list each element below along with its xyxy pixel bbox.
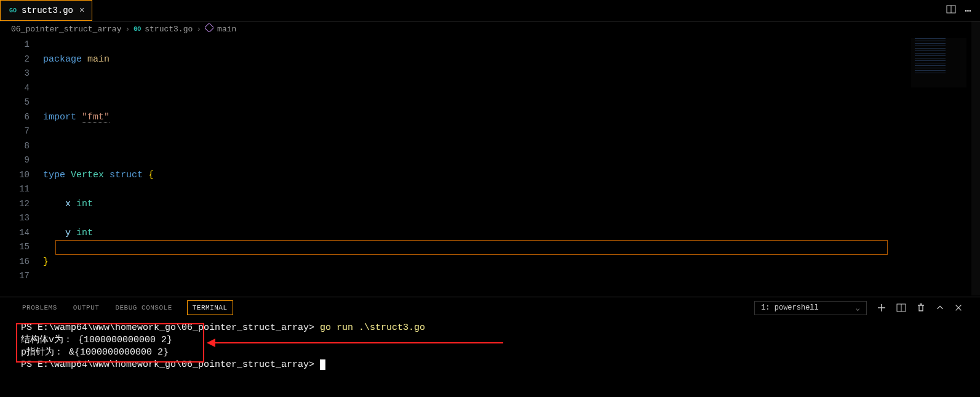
line-number-gutter: 1 2 3 4 5 6 7 8 9 10 11 12 13 14 15 16 1…: [0, 36, 43, 295]
go-file-icon: GO: [133, 26, 141, 33]
tab-debug-console[interactable]: DEBUG CONSOLE: [114, 300, 173, 315]
more-actions-icon[interactable]: ⋯: [965, 4, 971, 17]
minimap[interactable]: [911, 38, 966, 87]
terminal-output[interactable]: PS E:\wamp64\www\homework_go\06_pointer_…: [0, 318, 980, 397]
kill-terminal-icon[interactable]: [916, 303, 926, 313]
breadcrumb-symbol[interactable]: main: [217, 25, 236, 34]
terminal-command: go run .\struct3.go: [320, 323, 425, 333]
function-symbol-icon: [205, 23, 213, 34]
breadcrumb-file[interactable]: struct3.go: [145, 25, 193, 34]
line-number: 16: [0, 255, 30, 270]
go-file-icon: GO: [8, 6, 18, 15]
line-number: 3: [0, 66, 30, 81]
tabs-group: GO struct3.go ×: [0, 0, 92, 21]
maximize-panel-icon[interactable]: [936, 303, 944, 312]
tab-bar: GO struct3.go × ⋯: [0, 0, 980, 22]
line-number: 6: [0, 110, 30, 125]
line-number: 2: [0, 52, 30, 67]
terminal-prompt: PS E:\wamp64\www\homework_go\06_pointer_…: [21, 323, 320, 333]
line-number: 5: [0, 95, 30, 110]
chevron-down-icon: ⌄: [856, 303, 860, 313]
line-number: 8: [0, 139, 30, 154]
breadcrumb-separator: ›: [125, 25, 130, 34]
line-number: 10: [0, 168, 30, 183]
split-terminal-icon[interactable]: [896, 303, 906, 313]
tab-output[interactable]: OUTPUT: [72, 300, 101, 315]
bottom-panel: PROBLEMS OUTPUT DEBUG CONSOLE TERMINAL 1…: [0, 297, 980, 397]
terminal-prompt: PS E:\wamp64\www\homework_go\06_pointer_…: [21, 359, 320, 370]
terminal-line: p指针为： &{1000000000000 2}: [21, 347, 959, 359]
panel-tab-bar: PROBLEMS OUTPUT DEBUG CONSOLE TERMINAL 1…: [0, 297, 980, 318]
line-number: 9: [0, 153, 30, 168]
breadcrumb-separator: ›: [196, 25, 201, 34]
code-content[interactable]: package main import "fmt" type Vertex st…: [43, 36, 980, 295]
terminal-dropdown-label: 1: powershell: [761, 303, 819, 312]
split-editor-icon[interactable]: [946, 4, 956, 17]
close-icon[interactable]: ×: [79, 6, 84, 15]
terminal-line: 结构体v为： {1000000000000 2}: [21, 334, 959, 347]
line-number: 15: [0, 240, 30, 255]
tab-actions: ⋯: [946, 4, 980, 17]
svg-rect-2: [205, 23, 213, 32]
line-number: 4: [0, 81, 30, 96]
breadcrumb-folder[interactable]: 06_pointer_struct_array: [11, 25, 121, 34]
line-number: 12: [0, 197, 30, 212]
new-terminal-icon[interactable]: [877, 303, 886, 313]
line-number: 11: [0, 182, 30, 197]
line-number: 14: [0, 226, 30, 241]
close-panel-icon[interactable]: [954, 303, 963, 312]
line-number: 1: [0, 38, 30, 52]
breadcrumb[interactable]: 06_pointer_struct_array › GO struct3.go …: [0, 22, 980, 36]
terminal-cursor: [320, 359, 325, 370]
line-number: 7: [0, 124, 30, 139]
vertical-scrollbar[interactable]: [971, 22, 980, 295]
editor-tab[interactable]: GO struct3.go ×: [0, 0, 92, 21]
line-number: 17: [0, 269, 30, 284]
line-number: 13: [0, 211, 30, 226]
terminal-dropdown[interactable]: 1: powershell ⌄: [754, 301, 867, 315]
tab-filename: struct3.go: [22, 6, 73, 15]
tab-terminal[interactable]: TERMINAL: [187, 300, 233, 315]
tab-problems[interactable]: PROBLEMS: [21, 300, 58, 315]
code-editor[interactable]: 1 2 3 4 5 6 7 8 9 10 11 12 13 14 15 16 1…: [0, 36, 980, 295]
